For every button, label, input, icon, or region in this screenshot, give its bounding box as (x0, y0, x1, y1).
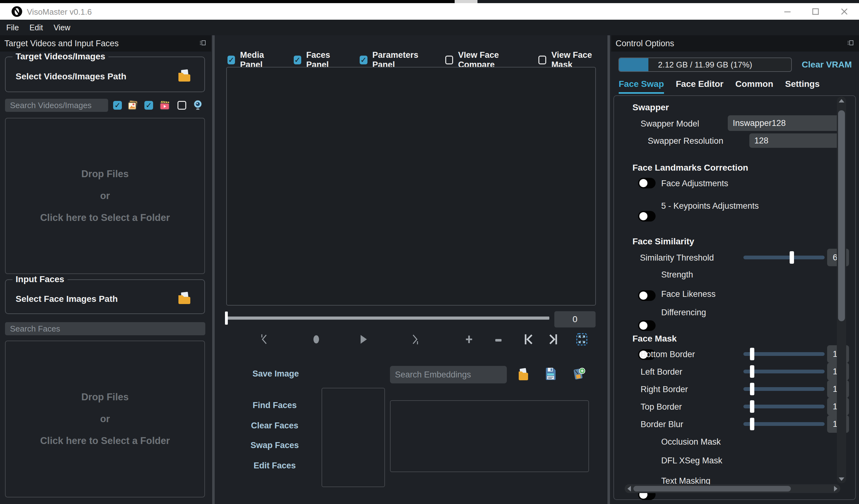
minimize-button[interactable] (778, 7, 797, 16)
parameters-panel-checkbox[interactable] (360, 56, 367, 64)
bottom-border-label: Bottom Border (641, 350, 695, 359)
filter-videos-checkbox[interactable] (145, 101, 153, 110)
differencing-label: Differencing (661, 308, 706, 318)
float-panel-icon[interactable] (199, 40, 206, 47)
tab-common[interactable]: Common (735, 79, 773, 94)
view-face-mask-checkbox[interactable] (538, 56, 546, 64)
left-splitter[interactable] (212, 35, 215, 504)
target-drop-zone[interactable]: Drop Files or Click here to Select a Fol… (5, 118, 205, 274)
occlusion-mask-label: Occlusion Mask (661, 437, 721, 447)
vertical-scrollbar-thumb[interactable] (838, 110, 845, 321)
view-face-compare-checkbox[interactable] (445, 56, 453, 64)
frame-number-field[interactable]: 0 (554, 311, 596, 327)
bottom-border-slider-handle[interactable] (750, 348, 754, 360)
face-adjustments-toggle[interactable] (638, 178, 655, 188)
close-button[interactable] (835, 7, 854, 16)
edit-faces-button[interactable]: Edit Faces (243, 461, 306, 471)
filter-webcam-checkbox[interactable] (178, 101, 186, 110)
swapper-resolution-label: Swapper Resolution (648, 136, 723, 146)
add-embedding-icon[interactable] (572, 367, 586, 382)
similarity-threshold-slider-track[interactable] (743, 256, 825, 259)
menu-view[interactable]: View (54, 23, 70, 32)
jump-to-end-button[interactable] (547, 333, 559, 347)
settings-horizontal-scrollbar[interactable] (624, 484, 840, 493)
fullscreen-button[interactable] (576, 333, 588, 348)
right-border-slider-handle[interactable] (750, 383, 754, 395)
left-panel-title: Target Videos and Input Faces (4, 39, 119, 48)
tab-face-swap[interactable]: Face Swap (619, 79, 664, 94)
menu-file[interactable]: File (6, 23, 19, 32)
similarity-section-title: Face Similarity (632, 236, 694, 246)
record-button[interactable] (312, 334, 321, 346)
folder-icon (177, 69, 192, 84)
left-border-slider-track[interactable] (743, 370, 825, 373)
input-face-thumbnail-box[interactable] (321, 388, 385, 487)
scroll-down-icon[interactable] (839, 477, 844, 481)
settings-vertical-scrollbar[interactable] (837, 96, 846, 483)
scroll-up-icon[interactable] (839, 99, 844, 103)
top-strip (0, 0, 859, 3)
right-splitter[interactable] (607, 35, 610, 504)
select-videos-path-button[interactable]: Select Videos/Images Path (6, 57, 205, 92)
menu-edit[interactable]: Edit (29, 23, 43, 32)
tab-settings[interactable]: Settings (785, 79, 819, 94)
landmarks-section-title: Face Landmarks Correction (632, 163, 748, 173)
clear-faces-button[interactable]: Clear Faces (243, 421, 306, 431)
scroll-left-icon[interactable] (628, 486, 631, 491)
tab-face-editor[interactable]: Face Editor (676, 79, 723, 94)
save-embedding-icon[interactable] (544, 367, 557, 382)
top-border-slider-track[interactable] (743, 404, 825, 408)
search-faces-input[interactable] (5, 322, 205, 335)
toggle-knob (639, 322, 647, 330)
next-frame-button[interactable] (410, 333, 421, 347)
search-embeddings-input[interactable] (390, 366, 507, 383)
face-likeness-label: Face Likeness (661, 289, 715, 299)
filter-images-checkbox[interactable] (113, 101, 122, 110)
maximize-button[interactable] (806, 7, 825, 16)
found-faces-box[interactable] (390, 400, 589, 472)
images-filter-icon (127, 100, 138, 112)
titlebar: VisoMaster v0.1.6 (0, 3, 859, 20)
keypoints-adjustments-toggle[interactable] (638, 211, 655, 222)
save-image-button[interactable]: Save Image (253, 369, 299, 379)
add-marker-button[interactable] (465, 335, 473, 345)
top-border-slider-handle[interactable] (750, 400, 754, 413)
top-strip-black (0, 0, 455, 3)
select-faces-path-button[interactable]: Select Face Images Path (6, 280, 205, 314)
drop-line-1: Drop Files (81, 168, 129, 180)
left-border-slider-handle[interactable] (750, 365, 754, 378)
remove-marker-button[interactable] (495, 338, 502, 343)
search-videos-input[interactable] (5, 99, 108, 112)
scroll-right-icon[interactable] (834, 486, 838, 491)
play-button[interactable] (359, 334, 368, 346)
seek-slider-handle[interactable] (225, 311, 228, 325)
media-viewport[interactable] (226, 67, 596, 306)
strength-label: Strength (661, 270, 693, 280)
face-likeness-toggle[interactable] (638, 320, 655, 331)
swapper-resolution-field[interactable]: 128 (749, 134, 842, 148)
faces-drop-zone[interactable]: Drop Files or Click here to Select a Fol… (5, 340, 205, 498)
seek-slider-track[interactable] (226, 317, 549, 320)
open-embeddings-folder-icon[interactable] (516, 367, 530, 383)
find-faces-button[interactable]: Find Faces (243, 400, 306, 410)
similarity-threshold-slider-handle[interactable] (789, 251, 794, 264)
faces-panel-checkbox[interactable] (294, 56, 301, 64)
horizontal-scrollbar-thumb[interactable] (633, 486, 791, 491)
previous-frame-button[interactable] (259, 333, 269, 347)
clear-vram-button[interactable]: Clear VRAM (799, 58, 855, 72)
strength-toggle[interactable] (638, 290, 655, 301)
border-blur-slider-track[interactable] (743, 422, 825, 426)
float-panel-icon[interactable] (847, 40, 854, 47)
swapper-model-dropdown[interactable]: Inswapper128 (728, 115, 842, 131)
left-border-label: Left Border (641, 367, 682, 377)
mask-section-title: Face Mask (632, 334, 677, 344)
drop-line-3: Click here to Select a Folder (40, 212, 170, 224)
border-blur-slider-handle[interactable] (750, 418, 754, 430)
swap-faces-button[interactable]: Swap Faces (243, 441, 306, 450)
bottom-border-slider-track[interactable] (743, 352, 825, 356)
media-panel-checkbox[interactable] (227, 56, 235, 64)
jump-to-start-button[interactable] (523, 333, 534, 347)
right-border-slider-track[interactable] (743, 387, 825, 391)
face-adjustments-label: Face Adjustments (661, 179, 728, 188)
media-panel: Media Panel Faces Panel Parameters Panel… (216, 35, 607, 504)
